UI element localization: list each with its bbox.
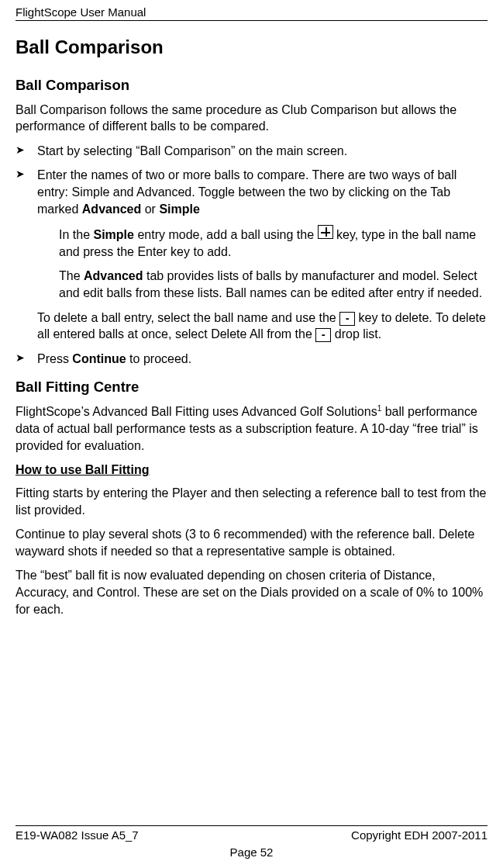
- fitting-paragraph: The “best” ball fit is now evaluated dep…: [16, 567, 487, 617]
- text-span: to proceed.: [126, 352, 192, 365]
- detail-paragraph: To delete a ball entry, select the ball …: [16, 310, 487, 343]
- page-header: FlightScope User Manual: [16, 0, 487, 21]
- intro-paragraph: Ball Comparison follows the same procedu…: [16, 102, 487, 135]
- bold-text: Continue: [72, 352, 126, 365]
- text-span: FlightScope’s Advanced Ball Fitting uses…: [16, 406, 377, 419]
- bullet-marker: ➤: [16, 167, 37, 182]
- bold-text: Advanced: [84, 269, 143, 282]
- bullet-text: Enter the names of two or more balls to …: [37, 167, 486, 217]
- footer-center: Page 52: [16, 845, 487, 860]
- bullet-item: ➤ Start by selecting “Ball Comparison” o…: [16, 143, 487, 160]
- text-span: drop list.: [331, 327, 381, 341]
- section-heading-ball-comparison: Ball Comparison: [16, 76, 487, 95]
- page-body: Ball Comparison Ball Comparison Ball Com…: [16, 35, 487, 617]
- bullet-marker: ➤: [16, 143, 37, 157]
- text-span: entry mode, add a ball using the: [134, 228, 318, 241]
- bold-text: Simple: [93, 228, 133, 241]
- text-span: or: [141, 202, 159, 216]
- bullet-item: ➤ Enter the names of two or more balls t…: [16, 167, 487, 217]
- detail-paragraph: In the Simple entry mode, add a ball usi…: [16, 225, 487, 260]
- detail-paragraph: The Advanced tab provides lists of balls…: [16, 268, 487, 301]
- bold-text: Simple: [159, 202, 199, 216]
- footer-right: Copyright EDH 2007-2011: [351, 828, 487, 843]
- fitting-paragraph: FlightScope’s Advanced Ball Fitting uses…: [16, 403, 487, 454]
- fitting-paragraph: Fitting starts by entering the Player an…: [16, 485, 487, 518]
- page-title: Ball Comparison: [16, 35, 487, 60]
- bullet-item: ➤ Press Continue to proceed.: [16, 351, 487, 368]
- bullet-marker: ➤: [16, 351, 37, 365]
- minus-key-icon: -: [339, 312, 355, 326]
- fitting-paragraph: Continue to play several shots (3 to 6 r…: [16, 526, 487, 559]
- text-span: Press: [37, 352, 72, 365]
- plus-key-icon: [318, 225, 333, 239]
- bullet-text: Start by selecting “Ball Comparison” on …: [37, 143, 486, 160]
- manual-title: FlightScope User Manual: [16, 5, 146, 19]
- minus-key-icon: -: [315, 328, 331, 342]
- page-footer: E19-WA082 Issue A5_7 Copyright EDH 2007-…: [16, 825, 487, 861]
- section-heading-fitting-centre: Ball Fitting Centre: [16, 378, 487, 397]
- bullet-text: Press Continue to proceed.: [37, 351, 486, 368]
- text-span: To delete a ball entry, select the ball …: [37, 311, 339, 324]
- text-span: In the: [59, 228, 93, 241]
- subsection-heading: How to use Ball Fitting: [16, 462, 487, 479]
- footer-left: E19-WA082 Issue A5_7: [16, 828, 139, 843]
- bold-text: Advanced: [82, 202, 141, 216]
- text-span: The: [59, 269, 84, 282]
